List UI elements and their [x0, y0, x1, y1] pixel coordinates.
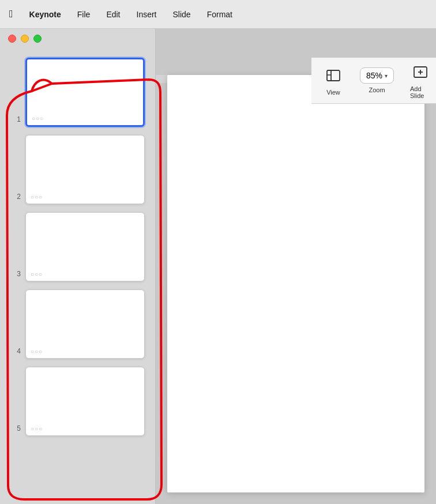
view-label: View	[326, 89, 340, 96]
slide-menu-item[interactable]: Slide	[170, 7, 194, 21]
close-button[interactable]	[8, 35, 16, 43]
view-icon	[323, 65, 344, 86]
slide-dots-4: ○○○	[31, 348, 140, 355]
zoom-label: Zoom	[369, 86, 385, 93]
slide-item-2[interactable]: 2 ○○○	[10, 135, 145, 204]
slide-dots-2: ○○○	[31, 194, 140, 200]
traffic-lights	[8, 35, 42, 43]
slide-thumbnail-2[interactable]: ○○○	[25, 135, 145, 204]
zoom-button[interactable]: 85% ▾	[360, 67, 394, 84]
zoom-value: 85%	[366, 71, 382, 80]
slide-dots-5: ○○○	[31, 426, 140, 432]
slide-thumbnail-1[interactable]: ○○○	[25, 58, 145, 127]
canvas-area: View 85% ▾ Zoom Add Sli	[156, 29, 436, 504]
slide-number-3: 3	[10, 270, 21, 281]
format-menu-item[interactable]: Format	[204, 7, 236, 21]
minimize-button[interactable]	[21, 35, 29, 43]
maximize-button[interactable]	[33, 35, 42, 43]
slide-number-4: 4	[10, 347, 21, 359]
edit-menu-item[interactable]: Edit	[103, 7, 123, 21]
svg-rect-0	[327, 70, 340, 81]
slide-canvas[interactable]	[167, 75, 424, 492]
toolbar: View 85% ▾ Zoom Add Sli	[311, 58, 436, 104]
slide-thumbnail-5[interactable]: ○○○	[25, 367, 145, 436]
slide-dots-1: ○○○	[32, 115, 138, 122]
slide-thumbnail-4[interactable]: ○○○	[25, 289, 145, 359]
add-slide-label: Add Slide	[410, 85, 431, 99]
menubar:  Keynote File Edit Insert Slide Format	[0, 0, 436, 29]
slide-panel: 1 ○○○ 2 ○○○ 3 ○○○ 4 ○○○	[0, 29, 156, 504]
app-name-menu-item[interactable]: Keynote	[26, 7, 65, 21]
slide-dots-3: ○○○	[31, 271, 140, 277]
apple-menu-icon[interactable]: 	[9, 8, 13, 20]
slide-number-1: 1	[10, 115, 21, 127]
slide-item-5[interactable]: 5 ○○○	[10, 367, 145, 436]
zoom-control[interactable]: 85% ▾ Zoom	[360, 67, 394, 93]
view-button[interactable]: View	[323, 65, 344, 96]
file-menu-item[interactable]: File	[74, 7, 94, 21]
zoom-caret-icon: ▾	[385, 73, 388, 79]
slide-item-1[interactable]: 1 ○○○	[10, 58, 145, 127]
slide-number-5: 5	[10, 424, 21, 436]
slide-thumbnail-3[interactable]: ○○○	[25, 212, 145, 281]
slide-item-3[interactable]: 3 ○○○	[10, 212, 145, 281]
slide-item-4[interactable]: 4 ○○○	[10, 289, 145, 359]
main-layout: 1 ○○○ 2 ○○○ 3 ○○○ 4 ○○○	[0, 29, 436, 504]
insert-menu-item[interactable]: Insert	[133, 7, 160, 21]
add-slide-button[interactable]: Add Slide	[410, 62, 431, 99]
add-slide-icon	[410, 62, 431, 82]
slide-number-2: 2	[10, 193, 21, 204]
